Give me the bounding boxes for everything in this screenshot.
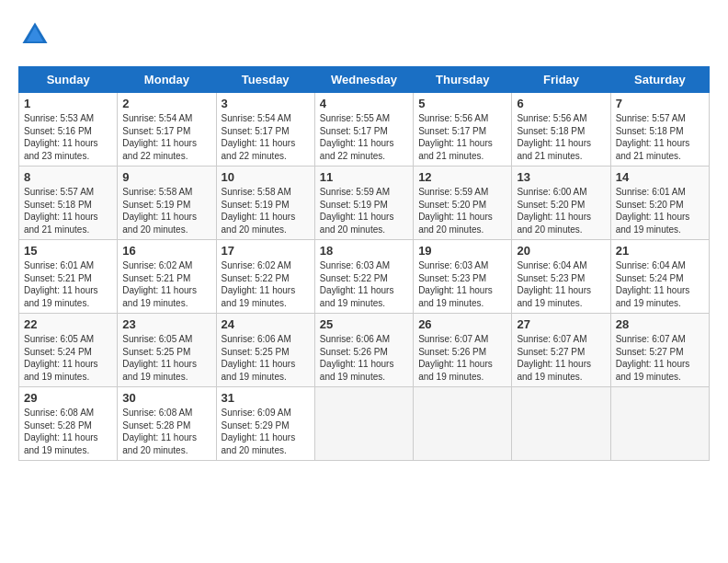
day-number: 29: [24, 391, 112, 405]
day-info: Sunrise: 5:58 AMSunset: 5:19 PMDaylight:…: [222, 186, 310, 236]
calendar-day-1: 1Sunrise: 5:53 AMSunset: 5:16 PMDaylight…: [19, 93, 118, 167]
day-number: 24: [222, 317, 310, 331]
calendar-day-23: 23Sunrise: 6:05 AMSunset: 5:25 PMDayligh…: [118, 314, 216, 387]
calendar-day-29: 29Sunrise: 6:08 AMSunset: 5:28 PMDayligh…: [19, 387, 118, 461]
page-header: [18, 18, 710, 52]
day-number: 19: [418, 244, 506, 258]
day-info: Sunrise: 6:02 AMSunset: 5:21 PMDaylight:…: [122, 259, 210, 309]
calendar-day-13: 13Sunrise: 6:00 AMSunset: 5:20 PMDayligh…: [512, 167, 610, 240]
calendar-day-17: 17Sunrise: 6:02 AMSunset: 5:22 PMDayligh…: [216, 240, 314, 314]
day-info: Sunrise: 5:58 AMSunset: 5:19 PMDaylight:…: [122, 186, 210, 236]
day-info: Sunrise: 5:55 AMSunset: 5:17 PMDaylight:…: [320, 112, 408, 162]
day-info: Sunrise: 6:06 AMSunset: 5:26 PMDaylight:…: [320, 333, 408, 383]
day-number: 2: [122, 97, 210, 110]
day-header-sunday: Sunday: [19, 67, 118, 93]
calendar-day-4: 4Sunrise: 5:55 AMSunset: 5:17 PMDaylight…: [314, 93, 413, 167]
day-info: Sunrise: 6:07 AMSunset: 5:27 PMDaylight:…: [517, 333, 605, 383]
day-number: 30: [122, 391, 210, 405]
day-info: Sunrise: 5:54 AMSunset: 5:17 PMDaylight:…: [222, 112, 310, 162]
day-number: 20: [517, 244, 605, 258]
day-info: Sunrise: 5:57 AMSunset: 5:18 PMDaylight:…: [616, 112, 704, 162]
day-header-thursday: Thursday: [414, 67, 512, 93]
day-info: Sunrise: 6:00 AMSunset: 5:20 PMDaylight:…: [517, 186, 605, 236]
day-header-saturday: Saturday: [610, 67, 709, 93]
day-number: 6: [517, 97, 605, 110]
day-number: 22: [24, 317, 112, 331]
day-number: 31: [222, 391, 310, 405]
day-info: Sunrise: 5:57 AMSunset: 5:18 PMDaylight:…: [24, 186, 112, 236]
calendar-week-2: 8Sunrise: 5:57 AMSunset: 5:18 PMDaylight…: [19, 167, 710, 240]
calendar-day-27: 27Sunrise: 6:07 AMSunset: 5:27 PMDayligh…: [512, 314, 610, 387]
calendar-day-3: 3Sunrise: 5:54 AMSunset: 5:17 PMDaylight…: [216, 93, 314, 167]
calendar-day-19: 19Sunrise: 6:03 AMSunset: 5:23 PMDayligh…: [414, 240, 512, 314]
day-info: Sunrise: 6:03 AMSunset: 5:22 PMDaylight:…: [320, 259, 408, 309]
day-info: Sunrise: 5:56 AMSunset: 5:17 PMDaylight:…: [418, 112, 506, 162]
day-info: Sunrise: 5:59 AMSunset: 5:20 PMDaylight:…: [418, 186, 506, 236]
day-number: 1: [24, 97, 112, 110]
calendar-day-10: 10Sunrise: 5:58 AMSunset: 5:19 PMDayligh…: [216, 167, 314, 240]
day-number: 11: [320, 170, 408, 184]
day-number: 5: [418, 97, 506, 110]
day-number: 17: [222, 244, 310, 258]
day-info: Sunrise: 5:54 AMSunset: 5:17 PMDaylight:…: [122, 112, 210, 162]
calendar-day-26: 26Sunrise: 6:07 AMSunset: 5:26 PMDayligh…: [414, 314, 512, 387]
calendar-week-3: 15Sunrise: 6:01 AMSunset: 5:21 PMDayligh…: [19, 240, 710, 314]
calendar-day-12: 12Sunrise: 5:59 AMSunset: 5:20 PMDayligh…: [414, 167, 512, 240]
calendar-day-15: 15Sunrise: 6:01 AMSunset: 5:21 PMDayligh…: [19, 240, 118, 314]
day-header-wednesday: Wednesday: [314, 67, 413, 93]
day-info: Sunrise: 6:08 AMSunset: 5:28 PMDaylight:…: [24, 407, 112, 456]
day-info: Sunrise: 5:56 AMSunset: 5:18 PMDaylight:…: [517, 112, 605, 162]
day-number: 25: [320, 317, 408, 331]
calendar-day-20: 20Sunrise: 6:04 AMSunset: 5:23 PMDayligh…: [512, 240, 610, 314]
calendar-day-empty: [610, 387, 709, 461]
day-number: 15: [24, 244, 112, 258]
calendar-day-18: 18Sunrise: 6:03 AMSunset: 5:22 PMDayligh…: [314, 240, 413, 314]
day-number: 8: [24, 170, 112, 184]
day-number: 26: [418, 317, 506, 331]
logo-icon: [18, 18, 51, 52]
calendar-day-28: 28Sunrise: 6:07 AMSunset: 5:27 PMDayligh…: [610, 314, 709, 387]
day-info: Sunrise: 6:06 AMSunset: 5:25 PMDaylight:…: [222, 333, 310, 383]
calendar-day-21: 21Sunrise: 6:04 AMSunset: 5:24 PMDayligh…: [610, 240, 709, 314]
day-header-friday: Friday: [512, 67, 610, 93]
day-number: 21: [616, 244, 704, 258]
day-info: Sunrise: 6:05 AMSunset: 5:25 PMDaylight:…: [122, 333, 210, 383]
calendar-day-31: 31Sunrise: 6:09 AMSunset: 5:29 PMDayligh…: [216, 387, 314, 461]
day-number: 10: [222, 170, 310, 184]
day-header-tuesday: Tuesday: [216, 67, 314, 93]
calendar-day-empty: [512, 387, 610, 461]
calendar-day-24: 24Sunrise: 6:06 AMSunset: 5:25 PMDayligh…: [216, 314, 314, 387]
day-info: Sunrise: 5:59 AMSunset: 5:19 PMDaylight:…: [320, 186, 408, 236]
calendar-day-9: 9Sunrise: 5:58 AMSunset: 5:19 PMDaylight…: [118, 167, 216, 240]
calendar-day-7: 7Sunrise: 5:57 AMSunset: 5:18 PMDaylight…: [610, 93, 709, 167]
calendar-day-25: 25Sunrise: 6:06 AMSunset: 5:26 PMDayligh…: [314, 314, 413, 387]
day-info: Sunrise: 5:53 AMSunset: 5:16 PMDaylight:…: [24, 112, 112, 162]
calendar-day-empty: [414, 387, 512, 461]
day-info: Sunrise: 6:07 AMSunset: 5:26 PMDaylight:…: [418, 333, 506, 383]
calendar-day-16: 16Sunrise: 6:02 AMSunset: 5:21 PMDayligh…: [118, 240, 216, 314]
day-number: 16: [122, 244, 210, 258]
calendar-day-14: 14Sunrise: 6:01 AMSunset: 5:20 PMDayligh…: [610, 167, 709, 240]
day-info: Sunrise: 6:01 AMSunset: 5:20 PMDaylight:…: [616, 186, 704, 236]
calendar-day-11: 11Sunrise: 5:59 AMSunset: 5:19 PMDayligh…: [314, 167, 413, 240]
day-number: 4: [320, 97, 408, 110]
calendar-day-8: 8Sunrise: 5:57 AMSunset: 5:18 PMDaylight…: [19, 167, 118, 240]
calendar-day-2: 2Sunrise: 5:54 AMSunset: 5:17 PMDaylight…: [118, 93, 216, 167]
day-number: 13: [517, 170, 605, 184]
calendar-day-30: 30Sunrise: 6:08 AMSunset: 5:28 PMDayligh…: [118, 387, 216, 461]
day-info: Sunrise: 6:05 AMSunset: 5:24 PMDaylight:…: [24, 333, 112, 383]
day-number: 18: [320, 244, 408, 258]
day-info: Sunrise: 6:02 AMSunset: 5:22 PMDaylight:…: [222, 259, 310, 309]
day-info: Sunrise: 6:08 AMSunset: 5:28 PMDaylight:…: [122, 407, 210, 456]
day-info: Sunrise: 6:01 AMSunset: 5:21 PMDaylight:…: [24, 259, 112, 309]
day-info: Sunrise: 6:07 AMSunset: 5:27 PMDaylight:…: [616, 333, 704, 383]
day-info: Sunrise: 6:09 AMSunset: 5:29 PMDaylight:…: [222, 407, 310, 456]
day-number: 7: [616, 97, 704, 110]
day-info: Sunrise: 6:04 AMSunset: 5:23 PMDaylight:…: [517, 259, 605, 309]
calendar-week-5: 29Sunrise: 6:08 AMSunset: 5:28 PMDayligh…: [19, 387, 710, 461]
days-header-row: SundayMondayTuesdayWednesdayThursdayFrid…: [19, 67, 710, 93]
calendar-day-6: 6Sunrise: 5:56 AMSunset: 5:18 PMDaylight…: [512, 93, 610, 167]
day-number: 27: [517, 317, 605, 331]
day-info: Sunrise: 6:03 AMSunset: 5:23 PMDaylight:…: [418, 259, 506, 309]
calendar-table: SundayMondayTuesdayWednesdayThursdayFrid…: [18, 66, 710, 461]
